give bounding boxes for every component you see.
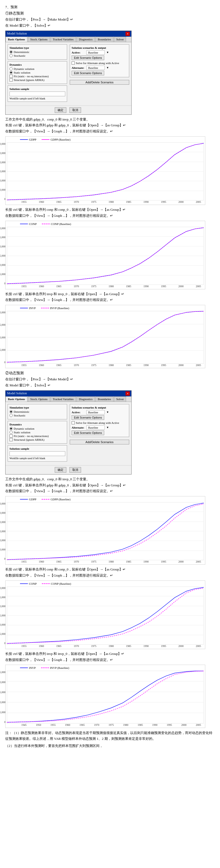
modal2-tab-stoch[interactable]: Stoch. Options <box>28 396 50 402</box>
modal1-tab-stoch[interactable]: Stoch. Options <box>28 37 50 42</box>
modal2: Model Solution × Basic Options Stoch. Op… <box>5 390 132 474</box>
modal2-static-radio[interactable]: Static solution <box>9 431 65 434</box>
modal2-deterministic-radio[interactable]: Deterministic <box>9 410 65 413</box>
chart3-legend-line2 <box>41 308 49 308</box>
modal2-tab-solver[interactable]: Solver <box>114 396 126 402</box>
modal1-deterministic-radio-btn[interactable] <box>9 51 13 54</box>
static-forecast-section: ①静态预测 在估计窗口中，【Proc】→【Make Model】↵ 在 Mode… <box>5 11 215 368</box>
modal1-scenarios-label: Solution scenarios & output <box>72 46 127 49</box>
modal1-active-label: Active: <box>72 51 85 54</box>
modal1-stochastic-radio[interactable]: Stochastic <box>9 54 65 57</box>
modal1-edit-scenario1-button[interactable]: Edit Scenario Options <box>72 55 104 60</box>
modal2-overlay: Model Solution × Basic Options Stoch. Op… <box>5 390 215 474</box>
modal1-solution-sample-input[interactable] <box>9 92 65 96</box>
modal1-tab-diag[interactable]: Diagnostics <box>77 37 95 42</box>
modal2-structural-btn[interactable] <box>9 438 13 441</box>
modal1-left: Simulation type Deterministic Stochastic <box>8 44 67 103</box>
chart1-y-labels: 60,000 50,000 40,000 30,000 20,000 10,00… <box>0 143 5 200</box>
modal2-solution-sample-input[interactable] <box>9 451 65 456</box>
chart5-legend-label1: CONP <box>29 582 37 585</box>
chart2-legend-line1 <box>20 224 28 224</box>
chart3-legend: INVP INVP (Baseline) <box>7 307 204 310</box>
modal1-fit-checkbox-btn[interactable] <box>9 75 13 78</box>
chart1-legend: GDPP GDPP (Baseline) <box>7 138 204 141</box>
modal1-deterministic-label: Deterministic <box>14 51 30 54</box>
modal2-sim-type-group: Simulation type Deterministic Stochastic <box>8 404 67 420</box>
modal2-fit-btn[interactable] <box>9 434 13 438</box>
section-number: 7、预测 <box>5 5 215 9</box>
modal2-edit-scenario2-button[interactable]: Edit Scenario Options <box>72 430 104 435</box>
modal2-tab-tracked[interactable]: Tracked Variables <box>50 396 76 402</box>
modal1-confirm-button[interactable]: 确定 <box>55 107 66 113</box>
modal2-solution-sample-group: Solution sample Workfile sample used if … <box>8 445 67 462</box>
modal1-dynamic-radio[interactable]: Dynamic solution <box>9 67 65 70</box>
modal2-edit-scenario1-button[interactable]: Edit Scenario Options <box>72 415 104 420</box>
modal2-close-button[interactable]: × <box>125 392 130 396</box>
modal1-tab-tracked[interactable]: Tracked Variables <box>50 37 76 42</box>
modal2-tab-diag[interactable]: Diagnostics <box>77 396 95 402</box>
modal2-tab-bound[interactable]: Boundaries <box>96 396 113 402</box>
modal1-solve-alternate-btn[interactable] <box>72 61 75 65</box>
modal2-dynamic-btn[interactable] <box>9 427 13 430</box>
modal2-deterministic-btn[interactable] <box>9 410 13 413</box>
modal2-structural-checkbox[interactable]: Structural (ignore ARMA) <box>9 438 65 441</box>
chart5-legend-conp-baseline: CONP (Baseline) <box>42 582 71 585</box>
note1: 注：（1）静态预测效果非常好。动态预测的表现是当若干期预测值很接近真实值，以后则… <box>5 730 215 742</box>
modal1-tab-bound[interactable]: Boundaries <box>96 37 113 42</box>
modal2-static-label: Static solution <box>14 431 30 434</box>
modal1-alternate-row: Alternate: Baseline ▼ <box>72 66 127 70</box>
modal2-active-label: Active: <box>72 411 85 414</box>
modal2-cancel-button[interactable]: 取消 <box>70 467 81 473</box>
modal2-stochastic-radio[interactable]: Stochastic <box>9 414 65 417</box>
dynamic-step5: 在数据组窗口中，【View】→【Graph ...】，并对图形进行相应设定。↵ <box>5 489 215 494</box>
modal1-edit-scenario2-button[interactable]: Edit Scenario Options <box>72 71 104 75</box>
modal1-add-delete-button[interactable]: Add/Delete Scenarios <box>70 80 129 85</box>
modal2-solve-alternate-btn[interactable] <box>72 421 75 424</box>
modal2-solve-alternate-checkbox[interactable]: Solve for Alternate along with Active <box>72 421 127 424</box>
modal1-scenarios-group: Solution scenarios & output Active: Base… <box>70 44 129 77</box>
modal2-static-btn[interactable] <box>9 431 13 434</box>
static-step2: 在 Model 窗口中，【Solve】↵ <box>5 23 215 29</box>
chart1-legend-gdpp: GDPP <box>20 138 36 141</box>
modal1-tab-solver[interactable]: Solver <box>114 37 126 42</box>
static-step7: 在数据组窗口中，【View】→【Graph ...】，并对图形进行相应设定。↵ <box>5 213 215 219</box>
modal2-add-delete-button[interactable]: Add/Delete Scenarios <box>70 440 129 444</box>
modal1-fit-checkbox[interactable]: Fit (static - no eq interactions) <box>9 75 65 78</box>
chart1-legend-gdpp-baseline-line <box>42 139 49 140</box>
modal1-structural-checkbox[interactable]: Structural (ignore ARMA) <box>9 78 65 82</box>
modal1-dynamics-group: Dynamics Dynamic solution Static solutio… <box>8 61 67 84</box>
modal2-tab-basic[interactable]: Basic Options <box>5 396 27 402</box>
modal1-deterministic-radio[interactable]: Deterministic <box>9 51 65 54</box>
modal1: Model Solution × Basic Options Stoch. Op… <box>5 31 132 115</box>
modal2-confirm-button[interactable]: 确定 <box>55 467 66 473</box>
page-container: 7、预测 ①静态预测 在估计窗口中，【Proc】→【Make Model】↵ 在… <box>0 0 220 751</box>
chart1-y0: 0 <box>0 197 5 200</box>
modal1-tab-basic[interactable]: Basic Options <box>5 37 27 42</box>
chart1-legend-gdpp-label: GDPP <box>29 138 36 141</box>
dynamic-step9: 在数据组窗口中，【View】→【Graph ...】，并对图形进行相应设定。↵ <box>5 657 215 663</box>
modal1-sim-type-group: Simulation type Deterministic Stochastic <box>8 44 67 60</box>
modal2-titlebar: Model Solution × <box>5 391 131 396</box>
modal1-fit-label: Fit (static - no eq interactions) <box>14 75 49 78</box>
modal1-close-button[interactable]: × <box>125 32 130 36</box>
modal2-dynamic-radio[interactable]: Dynamic solution <box>9 427 65 430</box>
modal1-solve-alternate-checkbox[interactable]: Solve for Alternate along with Active <box>72 61 127 65</box>
modal1-structural-checkbox-btn[interactable] <box>9 78 13 82</box>
chart6-area: 25,000 20,000 15,000 10,000 5,000 0 <box>7 671 204 723</box>
chart1-svg <box>7 143 204 200</box>
dynamic-forecast-title: ②动态预测 <box>5 371 215 376</box>
modal1-cancel-button[interactable]: 取消 <box>70 107 81 113</box>
chart6-legend-label2: INVP (Baseline) <box>50 666 69 670</box>
modal2-stochastic-btn[interactable] <box>9 414 13 417</box>
modal1-dynamics-label: Dynamics <box>9 63 65 66</box>
modal2-fit-checkbox[interactable]: Fit (static - no eq interactions) <box>9 434 65 438</box>
modal1-static-radio-btn[interactable] <box>9 71 13 74</box>
modal1-active-value: Baseline <box>86 51 105 55</box>
modal2-stochastic-label: Stochastic <box>14 414 26 417</box>
modal1-active-row: Active: Baseline ▼ <box>72 51 127 55</box>
modal2-sim-type-label: Simulation type <box>9 406 65 409</box>
modal1-dynamic-radio-btn[interactable] <box>9 67 13 70</box>
chart5-legend-line1 <box>20 583 28 584</box>
modal1-static-radio[interactable]: Static solution <box>9 71 65 74</box>
modal1-stochastic-radio-btn[interactable] <box>9 54 13 57</box>
